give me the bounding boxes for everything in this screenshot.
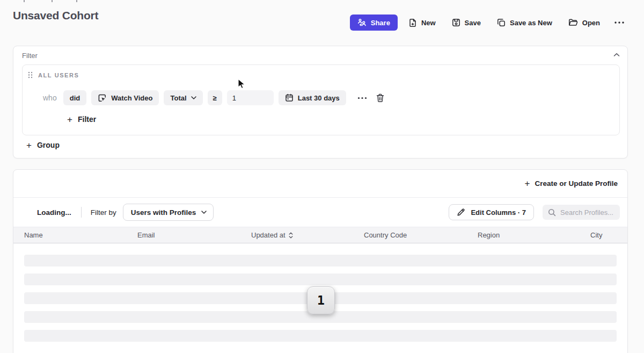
add-group-button[interactable]: + Group [26, 140, 60, 150]
column-header-email[interactable]: Email [137, 231, 251, 239]
pencil-icon [457, 208, 465, 217]
loading-status: Loading... [37, 208, 71, 217]
column-label: Name [24, 231, 43, 239]
save-button-label: Save [465, 19, 481, 27]
column-label: Country Code [364, 231, 407, 239]
chevron-down-icon [201, 211, 207, 214]
filter-panel-title: Filter [22, 52, 38, 60]
event-selector[interactable]: Watch Video [91, 90, 159, 105]
drag-handle-icon[interactable] [28, 71, 33, 78]
collapse-chevron-up-icon[interactable] [611, 51, 622, 59]
plus-icon: + [525, 179, 530, 188]
group-header-label: ALL USERS [38, 72, 79, 78]
new-document-icon [408, 18, 417, 27]
aggregation-label: Total [170, 94, 186, 102]
column-header-region[interactable]: Region [478, 231, 590, 239]
column-label: Updated at [251, 231, 286, 239]
aggregation-selector[interactable]: Total [164, 90, 202, 105]
filter-by-label: Filter by [91, 208, 116, 217]
skeleton-row [24, 273, 617, 285]
column-header-city[interactable]: City [590, 231, 627, 239]
column-label: Email [137, 231, 155, 239]
chevron-down-icon [191, 96, 196, 99]
calendar-icon [285, 93, 294, 102]
skeleton-row [24, 255, 617, 266]
create-or-update-profile-button[interactable]: + Create or Update Profile [525, 177, 618, 190]
who-label: who [43, 93, 57, 102]
edit-columns-label: Edit Columns · 7 [471, 208, 526, 217]
profiles-filter-dropdown[interactable]: Users with Profiles [123, 204, 214, 221]
duplicate-icon [497, 18, 506, 27]
operator-selector[interactable]: ≥ [208, 90, 222, 105]
create-or-update-profile-label: Create or Update Profile [535, 179, 618, 188]
save-icon [452, 18, 460, 27]
ellipsis-icon [614, 21, 625, 24]
share-button-label: Share [371, 19, 390, 27]
new-button[interactable]: New [403, 15, 441, 31]
date-range-selector[interactable]: Last 30 days [279, 90, 346, 105]
did-selector[interactable]: did [63, 90, 87, 105]
divider [81, 207, 82, 218]
plus-icon: + [26, 141, 32, 150]
add-group-label: Group [37, 141, 60, 149]
column-label: City [590, 231, 602, 239]
page-title: Unsaved Cohort [13, 9, 98, 22]
folder-icon [568, 18, 578, 27]
event-label: Watch Video [111, 94, 152, 102]
threshold-value-input[interactable] [227, 90, 274, 105]
open-button[interactable]: Open [563, 15, 605, 31]
profiles-table-header: Name Email Updated at Country Code Regio… [13, 227, 627, 243]
delete-filter-button[interactable] [374, 92, 386, 104]
profiles-toolbar: Loading... Filter by Users with Profiles… [13, 197, 627, 227]
skeleton-row [24, 330, 617, 342]
click-key-badge: 1 [307, 286, 335, 314]
edit-columns-button[interactable]: Edit Columns · 7 [449, 204, 534, 220]
save-as-new-button-label: Save as New [510, 19, 552, 27]
filter-condition-row: who did Watch Video Total [43, 90, 386, 105]
cohort-group-box: ALL USERS who did Watch Video Total [22, 64, 620, 135]
profiles-panel: + Create or Update Profile Loading... Fi… [13, 169, 628, 353]
date-range-label: Last 30 days [298, 94, 340, 102]
filter-panel: Filter ALL USERS who did [13, 46, 628, 159]
more-options-button[interactable] [611, 15, 628, 31]
event-icon [98, 93, 107, 103]
save-as-new-button[interactable]: Save as New [492, 15, 558, 31]
trash-icon [376, 93, 384, 103]
save-button[interactable]: Save [447, 15, 486, 31]
column-header-name[interactable]: Name [24, 231, 137, 239]
operator-label: ≥ [213, 94, 217, 102]
search-profiles-input[interactable] [560, 208, 614, 217]
column-header-country-code[interactable]: Country Code [364, 231, 478, 239]
column-label: Region [478, 231, 500, 239]
row-more-options-button[interactable] [355, 96, 369, 100]
share-users-icon [357, 18, 367, 27]
open-button-label: Open [582, 19, 600, 27]
did-label: did [70, 94, 80, 102]
profiles-search[interactable] [543, 205, 620, 220]
sort-icon [289, 232, 293, 239]
add-filter-button[interactable]: + Filter [67, 112, 96, 127]
top-toolbar: Share New Save Save as [350, 15, 628, 31]
profiles-filter-value: Users with Profiles [131, 208, 196, 217]
add-filter-label: Filter [78, 115, 96, 124]
search-icon [548, 208, 556, 217]
column-header-updated-at[interactable]: Updated at [251, 231, 364, 239]
new-button-label: New [421, 19, 436, 27]
plus-icon: + [67, 115, 72, 124]
share-button[interactable]: Share [350, 15, 398, 31]
